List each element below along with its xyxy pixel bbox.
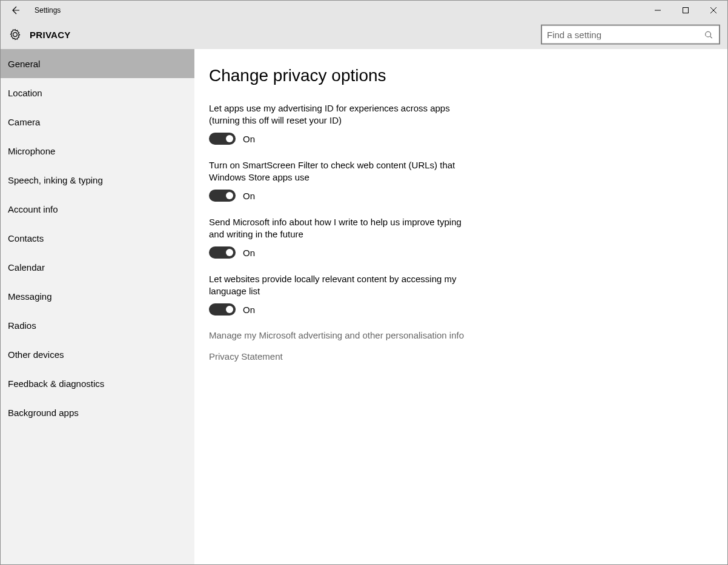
toggle-row: On <box>209 190 475 202</box>
toggle-switch[interactable] <box>209 246 236 259</box>
close-icon <box>710 7 716 13</box>
sidebar-item-label: Account info <box>8 204 58 214</box>
toggle-knob <box>226 135 233 142</box>
toggle-knob <box>226 306 233 313</box>
sidebar-item-radios[interactable]: Radios <box>1 311 194 340</box>
sidebar-item-calendar[interactable]: Calendar <box>1 253 194 282</box>
back-button[interactable] <box>1 1 30 20</box>
toggle-row: On <box>209 246 475 259</box>
toggle-row: On <box>209 133 475 145</box>
gear-icon <box>9 28 21 41</box>
privacy-option: Let websites provide locally relevant co… <box>209 273 475 316</box>
sidebar-item-label: Speech, inking & typing <box>8 175 103 185</box>
toggle-switch[interactable] <box>209 190 236 202</box>
sidebar-item-label: Background apps <box>8 408 79 418</box>
page-title: PRIVACY <box>30 30 71 40</box>
content: Change privacy options Let apps use my a… <box>194 49 727 564</box>
content-heading: Change privacy options <box>209 66 713 85</box>
sidebar-item-account-info[interactable]: Account info <box>1 194 194 223</box>
minimize-icon <box>655 7 661 13</box>
sidebar-item-label: Contacts <box>8 233 44 243</box>
settings-gear-icon[interactable] <box>1 28 30 41</box>
window-title: Settings <box>30 6 61 15</box>
sidebar-item-microphone[interactable]: Microphone <box>1 136 194 165</box>
window-controls <box>644 1 727 20</box>
toggle-row: On <box>209 303 475 316</box>
sidebar-item-background-apps[interactable]: Background apps <box>1 398 194 427</box>
sidebar-item-label: Radios <box>8 320 36 331</box>
content-link[interactable]: Manage my Microsoft advertising and othe… <box>209 330 475 340</box>
maximize-button[interactable] <box>672 1 700 20</box>
toggle-state-label: On <box>243 305 255 315</box>
sidebar-item-speech-inking-typing[interactable]: Speech, inking & typing <box>1 165 194 194</box>
toggle-knob <box>226 192 233 199</box>
sidebar-item-label: Calendar <box>8 262 45 273</box>
sidebar-item-general[interactable]: General <box>1 49 194 78</box>
body: GeneralLocationCameraMicrophoneSpeech, i… <box>1 49 727 564</box>
sidebar-item-label: Microphone <box>8 146 55 156</box>
toggle-switch[interactable] <box>209 303 236 316</box>
sidebar-item-label: Location <box>8 88 42 98</box>
sidebar-item-label: Feedback & diagnostics <box>8 378 104 389</box>
privacy-option: Send Microsoft info about how I write to… <box>209 216 475 259</box>
sidebar: GeneralLocationCameraMicrophoneSpeech, i… <box>1 49 194 564</box>
toggle-state-label: On <box>243 248 255 258</box>
svg-rect-0 <box>683 8 689 13</box>
titlebar: Settings <box>1 1 727 20</box>
sidebar-item-messaging[interactable]: Messaging <box>1 282 194 311</box>
sidebar-item-label: Other devices <box>8 349 64 360</box>
toggle-state-label: On <box>243 134 255 144</box>
search-input[interactable] <box>542 30 698 40</box>
search-icon[interactable] <box>698 30 719 39</box>
option-label: Send Microsoft info about how I write to… <box>209 216 475 240</box>
maximize-icon <box>683 7 689 13</box>
sidebar-item-contacts[interactable]: Contacts <box>1 223 194 253</box>
sidebar-item-feedback-diagnostics[interactable]: Feedback & diagnostics <box>1 369 194 398</box>
sidebar-item-location[interactable]: Location <box>1 78 194 107</box>
header: PRIVACY <box>1 20 727 49</box>
toggle-knob <box>226 249 233 256</box>
sidebar-item-label: Camera <box>8 117 40 127</box>
sidebar-item-label: Messaging <box>8 291 52 302</box>
sidebar-item-label: General <box>8 59 40 69</box>
sidebar-item-camera[interactable]: Camera <box>1 107 194 136</box>
close-button[interactable] <box>700 1 727 20</box>
content-link[interactable]: Privacy Statement <box>209 351 475 362</box>
search-box[interactable] <box>541 25 720 45</box>
back-arrow-icon <box>10 5 20 15</box>
sidebar-item-other-devices[interactable]: Other devices <box>1 340 194 369</box>
option-label: Let websites provide locally relevant co… <box>209 273 475 297</box>
minimize-button[interactable] <box>644 1 672 20</box>
privacy-option: Let apps use my advertising ID for exper… <box>209 102 475 145</box>
privacy-option: Turn on SmartScreen Filter to check web … <box>209 159 475 202</box>
toggle-state-label: On <box>243 191 255 201</box>
option-label: Turn on SmartScreen Filter to check web … <box>209 159 475 183</box>
option-label: Let apps use my advertising ID for exper… <box>209 102 475 127</box>
toggle-switch[interactable] <box>209 133 236 145</box>
